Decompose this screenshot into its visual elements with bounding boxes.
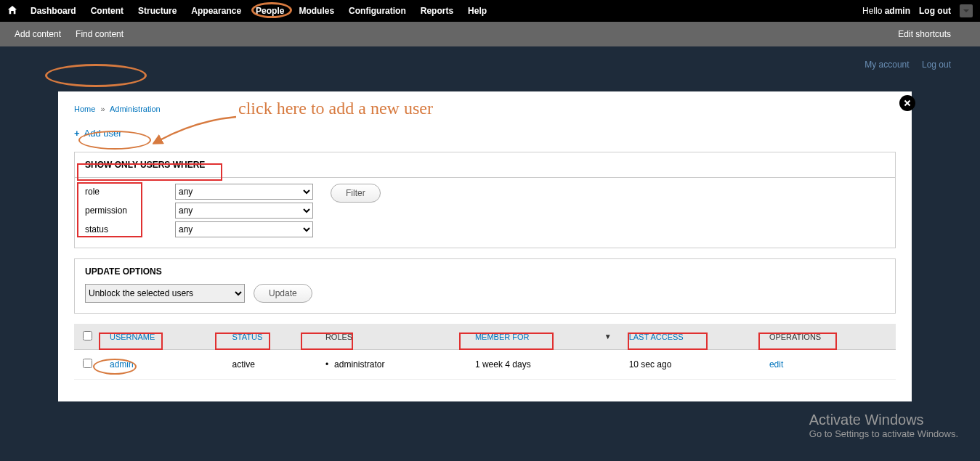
breadcrumb-home[interactable]: Home: [74, 105, 95, 113]
menu-help[interactable]: Help: [461, 0, 494, 22]
toolbar-dropdown-icon[interactable]: [960, 4, 973, 17]
breadcrumb-admin[interactable]: Administration: [110, 105, 161, 113]
plus-icon: +: [74, 128, 80, 139]
filter-status-select[interactable]: any: [175, 221, 313, 237]
filter-status-label: status: [85, 224, 165, 234]
col-status[interactable]: STATUS: [224, 324, 317, 350]
filter-permission-label: permission: [85, 205, 165, 216]
col-roles: ROLES: [317, 324, 466, 350]
row-roles: administrator: [317, 350, 466, 380]
overlay-panel: Home » Administration + Add user SHOW ON…: [58, 91, 912, 401]
update-button[interactable]: Update: [254, 284, 312, 303]
filter-permission-select[interactable]: any: [175, 203, 313, 219]
site-header: My account Log out: [0, 46, 980, 90]
update-title: UPDATE OPTIONS: [75, 259, 895, 284]
close-icon[interactable]: [899, 95, 915, 111]
menu-modules[interactable]: Modules: [291, 0, 341, 22]
users-table: USERNAME STATUS ROLES MEMBER FOR▼ LAST A…: [74, 324, 896, 380]
windows-watermark: Activate Windows Go to Settings to activ…: [809, 412, 958, 439]
menu-configuration[interactable]: Configuration: [341, 0, 413, 22]
header-log-out[interactable]: Log out: [922, 60, 951, 70]
row-username[interactable]: admin: [110, 359, 134, 370]
shortcut-edit[interactable]: Edit shortcuts: [898, 29, 951, 39]
add-user-link[interactable]: + Add user: [74, 128, 122, 139]
col-last-access[interactable]: LAST ACCESS: [620, 324, 761, 350]
col-operations: OPERATIONS: [761, 324, 896, 350]
logout-link[interactable]: Log out: [919, 6, 951, 16]
sort-arrow-icon: ▼: [604, 333, 612, 340]
menu-dashboard[interactable]: Dashboard: [23, 0, 84, 22]
update-select[interactable]: Unblock the selected users: [85, 284, 245, 303]
row-member-for: 1 week 4 days: [466, 350, 620, 380]
col-username[interactable]: USERNAME: [101, 324, 224, 350]
shortcut-bar: Add content Find content Edit shortcuts: [0, 22, 980, 46]
menu-appearance[interactable]: Appearance: [184, 0, 248, 22]
row-status: active: [224, 350, 317, 380]
admin-toolbar: Dashboard Content Structure Appearance P…: [0, 0, 980, 22]
menu-structure[interactable]: Structure: [131, 0, 184, 22]
shortcut-find-content[interactable]: Find content: [76, 29, 123, 39]
table-row: admin active administrator 1 week 4 days…: [74, 350, 896, 380]
select-all-checkbox[interactable]: [83, 331, 92, 340]
filter-title: SHOW ONLY USERS WHERE: [75, 152, 895, 178]
menu-reports[interactable]: Reports: [413, 0, 461, 22]
col-member-for[interactable]: MEMBER FOR▼: [466, 324, 620, 350]
row-checkbox[interactable]: [83, 359, 92, 368]
update-fieldset: UPDATE OPTIONS Unblock the selected user…: [74, 258, 896, 314]
filter-role-select[interactable]: any: [175, 184, 313, 200]
menu-people[interactable]: People: [248, 0, 291, 22]
row-last-access: 10 sec ago: [620, 350, 761, 380]
breadcrumb: Home » Administration: [74, 105, 896, 113]
filter-fieldset: SHOW ONLY USERS WHERE role any permissio…: [74, 152, 896, 248]
home-icon[interactable]: [7, 5, 17, 17]
filter-role-label: role: [85, 187, 165, 197]
menu-content[interactable]: Content: [84, 0, 131, 22]
hello-user: Hello admin: [862, 6, 910, 16]
shortcut-add-content[interactable]: Add content: [15, 29, 61, 39]
filter-button[interactable]: Filter: [331, 184, 381, 203]
header-my-account[interactable]: My account: [864, 60, 909, 70]
toolbar-menu: Dashboard Content Structure Appearance P…: [23, 0, 494, 22]
row-edit-link[interactable]: edit: [769, 359, 783, 370]
